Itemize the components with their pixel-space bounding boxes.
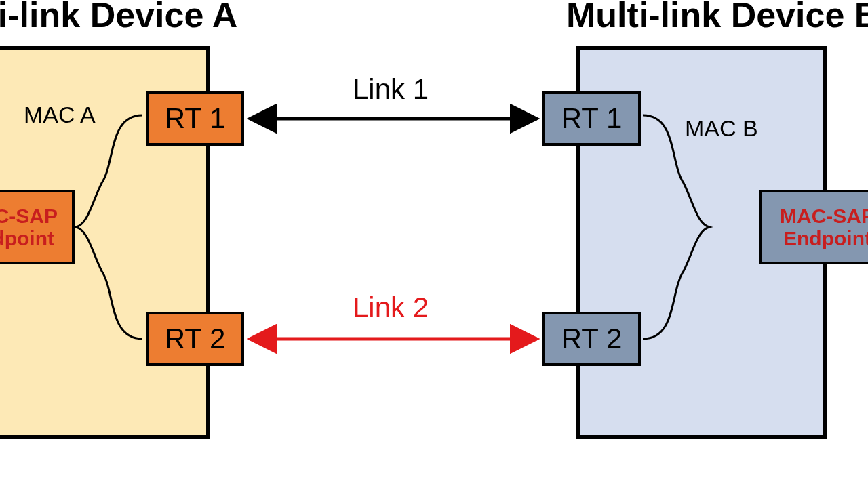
device-b-rt1: RT 1 <box>542 92 641 146</box>
endpoint-b: MAC-SAP Endpoint <box>760 190 868 264</box>
link1-label: Link 1 <box>353 73 429 106</box>
diagram-canvas: Multi-link Device A Multi-link Device B … <box>0 0 868 488</box>
link2-label: Link 2 <box>353 291 429 324</box>
device-b-rt2: RT 2 <box>542 312 641 366</box>
endpoint-a-line2: Endpoint <box>0 227 54 249</box>
endpoint-a: MAC-SAP Endpoint <box>0 190 75 264</box>
title-device-b: Multi-link Device B <box>566 0 868 35</box>
mac-a-label: MAC A <box>24 102 96 128</box>
endpoint-b-line2: Endpoint <box>783 227 868 249</box>
device-a-rt1: RT 1 <box>146 92 244 146</box>
device-a-rt2: RT 2 <box>146 312 244 366</box>
endpoint-a-line1: MAC-SAP <box>0 205 58 227</box>
title-device-a: Multi-link Device A <box>0 0 237 35</box>
endpoint-b-line1: MAC-SAP <box>780 205 868 227</box>
mac-b-label: MAC B <box>685 115 758 142</box>
